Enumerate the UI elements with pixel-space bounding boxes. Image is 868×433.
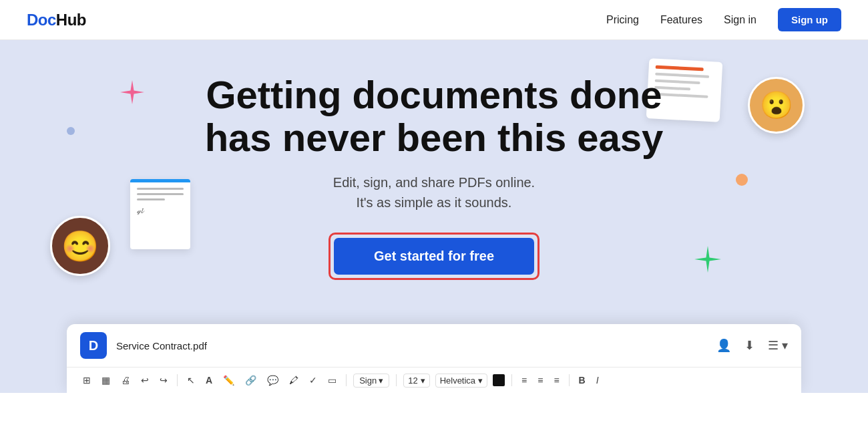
- pdf-filename: Service Contract.pdf: [116, 340, 707, 351]
- redo-icon[interactable]: ↪: [157, 373, 170, 388]
- pen-icon[interactable]: ✏️: [220, 373, 237, 388]
- align-center-icon[interactable]: ≡: [535, 373, 546, 388]
- font-name-select[interactable]: Helvetica ▾: [435, 374, 487, 388]
- menu-icon[interactable]: ☰ ▾: [768, 338, 788, 353]
- table-icon[interactable]: ▦: [99, 373, 113, 388]
- link-icon[interactable]: 🔗: [242, 373, 259, 388]
- pdf-bar: D Service Contract.pdf 👤 ⬇ ☰ ▾ ⊞ ▦ 🖨 ↩ ↪…: [67, 324, 801, 393]
- logo-hub: Hub: [56, 11, 86, 29]
- toolbar-divider-4: [511, 374, 512, 386]
- pdf-bar-icons: 👤 ⬇ ☰ ▾: [716, 338, 788, 353]
- doc-line-top: [656, 65, 704, 71]
- sign-label: Sign: [359, 376, 377, 386]
- comment-icon[interactable]: 💬: [264, 373, 281, 388]
- signature-text: 𝓆𝓵: [137, 206, 184, 215]
- nav-pricing[interactable]: Pricing: [606, 14, 639, 26]
- cta-outer-border: Get started for free: [329, 233, 539, 280]
- logo-doc: Doc: [27, 11, 56, 29]
- toolbar-divider-2: [346, 374, 347, 386]
- font-size-select[interactable]: 12 ▾: [403, 374, 429, 388]
- pdf-app-icon: D: [80, 332, 107, 359]
- font-size-chevron-icon: ▾: [421, 376, 425, 386]
- color-picker[interactable]: [493, 374, 505, 386]
- nav-signin[interactable]: Sign in: [724, 14, 756, 26]
- text-icon[interactable]: A: [203, 373, 215, 388]
- grid-icon[interactable]: ⊞: [80, 373, 93, 388]
- users-icon[interactable]: 👤: [716, 338, 731, 353]
- sign-dropdown[interactable]: Sign ▾: [353, 374, 389, 388]
- align-right-icon[interactable]: ≡: [551, 373, 562, 388]
- get-started-button[interactable]: Get started for free: [334, 238, 534, 275]
- pdf-bar-top: D Service Contract.pdf 👤 ⬇ ☰ ▾: [67, 324, 801, 368]
- font-size-value: 12: [408, 376, 417, 386]
- image-icon[interactable]: ▭: [325, 373, 339, 388]
- font-name-chevron-icon: ▾: [478, 376, 483, 386]
- italic-icon[interactable]: I: [594, 373, 602, 388]
- toolbar-divider-1: [177, 374, 178, 386]
- header: DocHub Pricing Features Sign in Sign up: [0, 0, 868, 40]
- cursor-icon[interactable]: ↖: [184, 373, 198, 388]
- sig-line-1: [137, 188, 184, 190]
- signup-button[interactable]: Sign up: [778, 8, 841, 31]
- avatar-right-decoration: 😮: [748, 77, 805, 134]
- sig-line-3: [137, 198, 165, 200]
- undo-icon[interactable]: ↩: [138, 373, 152, 388]
- sign-chevron-icon: ▾: [379, 376, 383, 386]
- nav-features[interactable]: Features: [660, 14, 702, 26]
- avatar-left-decoration: 😊: [50, 216, 110, 276]
- checkmark-icon[interactable]: ✓: [306, 373, 320, 388]
- toolbar-divider-5: [569, 374, 570, 386]
- orange-dot-decoration: [736, 174, 748, 186]
- green-star-decoration: [694, 246, 721, 273]
- hero-subtitle: Edit, sign, and share PDFs online. It's …: [333, 172, 535, 212]
- sig-line-2: [137, 193, 184, 195]
- pink-star-decoration: [120, 80, 144, 104]
- bold-icon[interactable]: B: [576, 373, 588, 388]
- header-nav: Pricing Features Sign in Sign up: [606, 8, 841, 31]
- download-icon[interactable]: ⬇: [744, 338, 754, 353]
- align-left-icon[interactable]: ≡: [519, 373, 529, 388]
- hero-section: 😮 𝓆𝓵 😊 Getting documents done has never …: [0, 40, 868, 393]
- toolbar-divider-3: [396, 374, 397, 386]
- logo[interactable]: DocHub: [27, 11, 86, 29]
- cta-wrapper: Get started for free: [329, 233, 539, 280]
- highlight-icon[interactable]: 🖍: [286, 373, 301, 388]
- signed-document-decoration: 𝓆𝓵: [130, 179, 190, 249]
- blue-dot-decoration: [67, 127, 75, 135]
- hero-title: Getting documents done has never been th…: [205, 74, 664, 159]
- font-name-value: Helvetica: [440, 376, 475, 386]
- print-icon[interactable]: 🖨: [118, 373, 133, 388]
- pdf-toolbar: ⊞ ▦ 🖨 ↩ ↪ ↖ A ✏️ 🔗 💬 🖍 ✓ ▭: [67, 368, 801, 393]
